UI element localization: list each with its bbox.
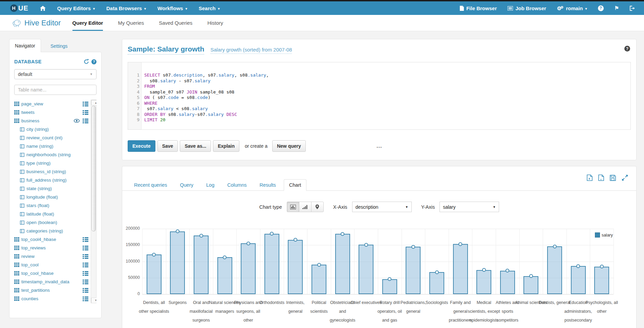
table-item[interactable]: page_view	[14, 100, 96, 108]
tab-saved-queries[interactable]: Saved Queries	[159, 15, 192, 31]
execute-button[interactable]: Execute	[128, 140, 155, 152]
table-item[interactable]: top_cool	[14, 261, 96, 269]
menu-query-editors[interactable]: Query Editors▾	[57, 5, 95, 11]
query-title[interactable]: Sample: Salary growth	[128, 45, 204, 55]
tab-query[interactable]: Query	[175, 180, 199, 190]
column-item[interactable]: latitude (float)	[14, 210, 96, 218]
file-browser-button[interactable]: File Browser	[460, 5, 497, 11]
chart-bar[interactable]	[359, 245, 373, 294]
explain-button[interactable]: Explain	[213, 140, 239, 152]
chart-bar[interactable]	[194, 235, 209, 294]
more-actions-button[interactable]: ...	[377, 143, 382, 149]
query-help-icon[interactable]: ?	[624, 46, 630, 52]
table-item[interactable]: review	[14, 252, 96, 261]
browse-data-button[interactable]	[83, 246, 88, 250]
table-item[interactable]: banks	[14, 303, 96, 303]
browse-data-button[interactable]	[83, 110, 88, 115]
sql-code[interactable]: SELECT s07.description, s07.salary, s08.…	[142, 62, 269, 129]
column-item[interactable]: categories (string)	[14, 227, 96, 235]
chart-bar[interactable]	[594, 267, 609, 294]
chart-bar[interactable]	[547, 246, 562, 294]
chart-bar[interactable]	[241, 243, 256, 294]
expand-results-icon[interactable]	[622, 175, 628, 181]
column-item[interactable]: review_count (int)	[14, 134, 96, 142]
chart-type-sorted-bars-button[interactable]	[299, 202, 312, 212]
table-item[interactable]: top_reviews	[14, 244, 96, 252]
browse-data-button[interactable]	[83, 254, 88, 259]
tab-chart[interactable]: Chart	[284, 179, 306, 191]
job-browser-button[interactable]: Job Browser	[508, 5, 546, 11]
menu-workflows[interactable]: Workflows▾	[157, 5, 187, 11]
column-item[interactable]: open (boolean)	[14, 218, 96, 227]
tab-query-editor[interactable]: Query Editor	[72, 15, 103, 31]
chart-bar[interactable]	[312, 265, 326, 294]
menu-data-browsers[interactable]: Data Browsers▾	[106, 5, 146, 11]
preview-eye-button[interactable]	[74, 119, 80, 123]
column-item[interactable]: longitude (float)	[14, 193, 96, 201]
table-item[interactable]: timestamp_invalid_data	[14, 278, 96, 286]
table-item[interactable]: tweets	[14, 108, 96, 117]
home-button[interactable]	[40, 6, 46, 11]
feedback-flag-button[interactable]: ⚑	[615, 5, 619, 11]
user-menu[interactable]: ⚙⚙ romain▾	[557, 5, 587, 11]
app-brand[interactable]: Hive Editor	[12, 19, 61, 27]
column-item[interactable]: city (string)	[14, 125, 96, 134]
scrollbar-thumb[interactable]	[91, 106, 96, 231]
browse-data-button[interactable]	[83, 102, 88, 106]
chart-bar[interactable]	[288, 240, 303, 294]
browse-data-button[interactable]	[83, 263, 88, 267]
download-csv-icon[interactable]: ,	[598, 175, 604, 181]
chart-bar[interactable]	[335, 234, 350, 294]
chart-bar[interactable]	[406, 247, 421, 294]
chart-bar[interactable]	[476, 270, 491, 294]
browse-data-button[interactable]	[83, 119, 88, 123]
chart-legend[interactable]: salary	[595, 232, 613, 238]
menu-search[interactable]: Search▾	[199, 5, 220, 11]
sidebar-scrollbar[interactable]: ▲ ▼	[91, 100, 96, 303]
scroll-down-icon[interactable]: ▼	[91, 298, 96, 303]
chart-type-map-button[interactable]	[311, 202, 324, 212]
download-xls-icon[interactable]: x	[587, 175, 593, 181]
query-subtitle-link[interactable]: Salary growth (sorted) from 2007-08	[210, 47, 292, 54]
tab-settings[interactable]: Settings	[50, 43, 68, 49]
database-select[interactable]: default ▼	[14, 69, 96, 79]
table-item[interactable]: top_cool4_hbase	[14, 235, 96, 244]
new-query-button[interactable]: New query	[272, 140, 306, 152]
column-item[interactable]: state (string)	[14, 184, 96, 193]
chart-bar[interactable]	[500, 271, 515, 294]
tab-recent-queries[interactable]: Recent queries	[129, 180, 172, 190]
refresh-icon[interactable]	[84, 59, 89, 64]
database-help-icon[interactable]: ?	[91, 59, 96, 64]
tab-results[interactable]: Results	[254, 180, 281, 190]
tab-navigator[interactable]: Navigator	[9, 39, 41, 52]
save-results-icon[interactable]	[610, 175, 616, 181]
help-button[interactable]: ?	[598, 5, 604, 11]
column-item[interactable]: neighborhoods (string	[14, 150, 96, 159]
table-item[interactable]: business	[14, 117, 96, 125]
scroll-up-icon[interactable]: ▲	[91, 100, 96, 105]
hue-logo[interactable]: HUE	[10, 4, 28, 12]
chart-type-bars-button[interactable]	[287, 202, 299, 212]
chart-bar[interactable]	[382, 279, 397, 294]
save-button[interactable]: Save	[157, 140, 178, 152]
sign-out-button[interactable]	[630, 6, 635, 11]
table-item[interactable]: top_cool_hbase	[14, 269, 96, 278]
chart-bar[interactable]	[217, 257, 232, 294]
tab-history[interactable]: History	[207, 15, 223, 31]
table-filter-input[interactable]	[14, 85, 96, 95]
chart-bar[interactable]	[429, 272, 444, 294]
chart-bar[interactable]	[523, 276, 538, 294]
column-item[interactable]: type (string)	[14, 159, 96, 167]
browse-data-button[interactable]	[83, 280, 88, 284]
sql-editor[interactable]: 123456789 SELECT s07.description, s07.sa…	[128, 62, 631, 130]
chart-bar[interactable]	[453, 244, 468, 294]
x-axis-select[interactable]: description ▼	[352, 202, 412, 212]
table-item[interactable]: counties	[14, 294, 96, 303]
browse-data-button[interactable]	[83, 288, 88, 293]
column-item[interactable]: full_address (string)	[14, 176, 96, 184]
column-item[interactable]: business_id (string)	[14, 167, 96, 176]
save-as-button[interactable]: Save as...	[180, 140, 211, 152]
column-item[interactable]: name (string)	[14, 142, 96, 150]
browse-data-button[interactable]	[83, 296, 88, 301]
chart-bar[interactable]	[571, 266, 586, 294]
